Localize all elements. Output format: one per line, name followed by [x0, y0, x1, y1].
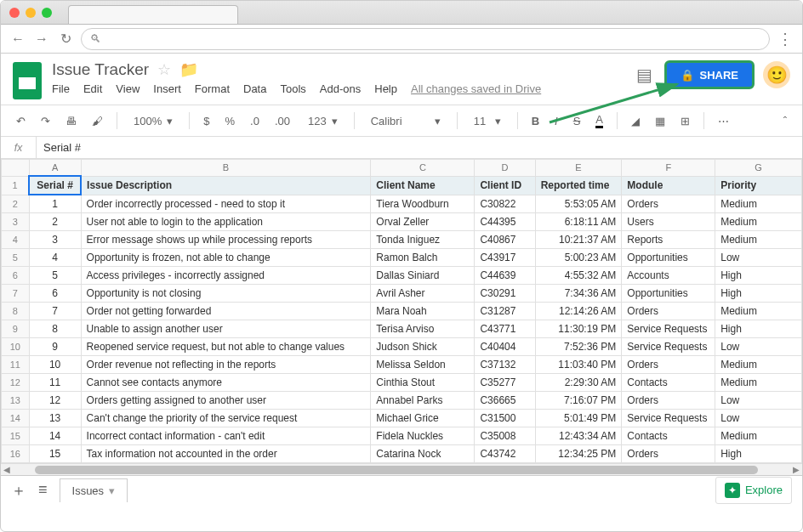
row-header[interactable]: 8: [2, 303, 30, 320]
cell[interactable]: C37132: [475, 356, 535, 374]
bold-button[interactable]: B: [527, 111, 544, 131]
cell[interactable]: C36665: [475, 392, 535, 410]
increase-decimal-button[interactable]: .00: [270, 111, 295, 131]
cell[interactable]: Dallas Siniard: [371, 267, 475, 285]
back-button[interactable]: ←: [9, 31, 26, 47]
col-header[interactable]: C: [371, 160, 475, 177]
spreadsheet-grid[interactable]: A B C D E F G 1Serial #Issue Description…: [1, 159, 802, 463]
cell[interactable]: 8: [29, 320, 81, 338]
menu-help[interactable]: Help: [374, 82, 397, 95]
cell[interactable]: High: [715, 445, 802, 463]
cell[interactable]: Unable to assign another user: [81, 320, 371, 338]
cell[interactable]: C30822: [475, 195, 535, 213]
cell[interactable]: Orval Zeller: [371, 213, 475, 231]
col-header[interactable]: D: [475, 160, 535, 177]
cell[interactable]: Reported time: [535, 176, 622, 195]
cell[interactable]: Orders: [622, 445, 715, 463]
explore-button[interactable]: ✦ Explore: [715, 477, 792, 504]
menu-addons[interactable]: Add-ons: [320, 82, 361, 95]
horizontal-scrollbar[interactable]: ◀ ▶: [1, 463, 802, 475]
cell[interactable]: 11:03:40 PM: [535, 356, 622, 374]
cell[interactable]: Tonda Iniguez: [371, 231, 475, 249]
cell[interactable]: 12:14:26 AM: [535, 303, 622, 320]
cell[interactable]: High: [715, 267, 802, 285]
row-header[interactable]: 1: [2, 176, 30, 195]
cell[interactable]: Opportunities: [622, 249, 715, 267]
row-header[interactable]: 3: [2, 213, 30, 231]
italic-button[interactable]: I: [550, 111, 563, 131]
sheets-logo-icon[interactable]: [13, 62, 42, 99]
row-header[interactable]: 12: [2, 374, 30, 392]
cell[interactable]: Low: [715, 410, 802, 427]
font-dropdown[interactable]: Calibri▾: [363, 110, 448, 132]
cell[interactable]: 13: [29, 410, 81, 427]
cell[interactable]: Annabel Parks: [371, 392, 475, 410]
cell[interactable]: C43771: [475, 320, 535, 338]
cell[interactable]: Orders: [622, 195, 715, 213]
select-all-corner[interactable]: [2, 160, 30, 177]
cell[interactable]: Orders getting assigned to another user: [81, 392, 371, 410]
cell[interactable]: Low: [715, 338, 802, 356]
cell[interactable]: 11:30:19 PM: [535, 320, 622, 338]
cell[interactable]: Reports: [622, 231, 715, 249]
cell[interactable]: C40404: [475, 338, 535, 356]
col-header[interactable]: G: [715, 160, 802, 177]
cell[interactable]: 10: [29, 356, 81, 374]
cell[interactable]: Catarina Nock: [371, 445, 475, 463]
cell[interactable]: Cinthia Stout: [371, 374, 475, 392]
percent-button[interactable]: %: [219, 111, 240, 131]
cell[interactable]: Judson Shick: [371, 338, 475, 356]
cell[interactable]: C35277: [475, 374, 535, 392]
cell[interactable]: C40867: [475, 231, 535, 249]
cell[interactable]: Opportunities: [622, 285, 715, 303]
fill-color-button[interactable]: ◢: [626, 111, 645, 131]
save-status[interactable]: All changes saved in Drive: [411, 82, 541, 95]
cell[interactable]: Service Requests: [622, 410, 715, 427]
cell[interactable]: Fidela Nuckles: [371, 427, 475, 445]
cell[interactable]: Medium: [715, 231, 802, 249]
row-header[interactable]: 4: [2, 231, 30, 249]
row-header[interactable]: 6: [2, 267, 30, 285]
cell[interactable]: 5:53:05 AM: [535, 195, 622, 213]
cell[interactable]: Contacts: [622, 427, 715, 445]
cell[interactable]: Tax information not accounted in the ord…: [81, 445, 371, 463]
cell[interactable]: C35008: [475, 427, 535, 445]
cell[interactable]: 12: [29, 392, 81, 410]
currency-button[interactable]: $: [198, 111, 214, 131]
cell[interactable]: 6:18:11 AM: [535, 213, 622, 231]
cell[interactable]: Ramon Balch: [371, 249, 475, 267]
cell[interactable]: User not able to login to the applicatio…: [81, 213, 371, 231]
more-tools-button[interactable]: ⋯: [713, 111, 734, 131]
cell[interactable]: Medium: [715, 213, 802, 231]
cell[interactable]: Client ID: [475, 176, 535, 195]
row-header[interactable]: 2: [2, 195, 30, 213]
cell[interactable]: 2:29:30 AM: [535, 374, 622, 392]
menu-file[interactable]: File: [52, 82, 70, 95]
cell[interactable]: C44395: [475, 213, 535, 231]
row-header[interactable]: 5: [2, 249, 30, 267]
cell[interactable]: Error message shows up while processing …: [81, 231, 371, 249]
cell[interactable]: Priority: [715, 176, 802, 195]
cell[interactable]: Serial #: [29, 176, 81, 195]
cell[interactable]: 4: [29, 249, 81, 267]
cell[interactable]: Accounts: [622, 267, 715, 285]
cell[interactable]: 6: [29, 285, 81, 303]
cell[interactable]: C43742: [475, 445, 535, 463]
cell[interactable]: 2: [29, 213, 81, 231]
cell[interactable]: 10:21:37 AM: [535, 231, 622, 249]
scrollbar-thumb[interactable]: [35, 466, 758, 474]
strikethrough-button[interactable]: S: [568, 111, 586, 131]
window-zoom-button[interactable]: [42, 8, 52, 18]
browser-menu-icon[interactable]: ⋮: [777, 30, 794, 48]
row-header[interactable]: 9: [2, 320, 30, 338]
window-close-button[interactable]: [9, 8, 20, 18]
cell[interactable]: High: [715, 285, 802, 303]
borders-button[interactable]: ▦: [650, 111, 670, 131]
col-header[interactable]: B: [81, 160, 371, 177]
cell[interactable]: Tiera Woodburn: [371, 195, 475, 213]
star-icon[interactable]: ☆: [157, 60, 171, 79]
cell[interactable]: Users: [622, 213, 715, 231]
redo-button[interactable]: ↷: [36, 111, 55, 131]
cell[interactable]: Can't change the priority of the service…: [81, 410, 371, 427]
browser-tab[interactable]: [68, 5, 238, 24]
